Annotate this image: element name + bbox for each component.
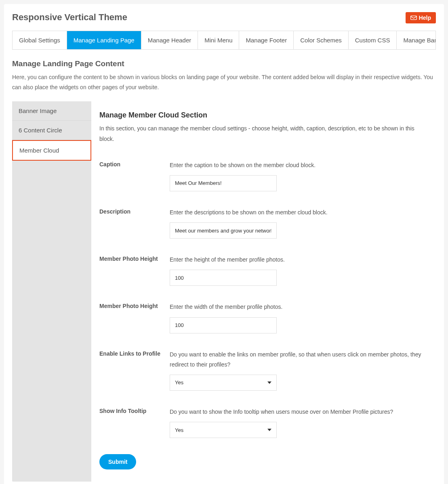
row-photo-width: Member Photo Height Enter the width of t… bbox=[99, 302, 428, 333]
submit-button[interactable]: Submit bbox=[99, 454, 136, 469]
control-enable-links: Do you want to enable the links on membe… bbox=[170, 350, 428, 391]
input-caption[interactable] bbox=[170, 175, 277, 191]
helper-photo-height: Enter the height of the member profile p… bbox=[170, 255, 428, 265]
section-title: Manage Landing Page Content bbox=[12, 59, 436, 68]
tab-color-schemes[interactable]: Color Schemes bbox=[294, 31, 349, 49]
label-photo-width: Member Photo Height bbox=[99, 302, 170, 333]
select-show-tooltip[interactable]: Yes bbox=[170, 422, 277, 438]
main-tabs: Global Settings Manage Landing Page Mana… bbox=[12, 31, 436, 50]
admin-page: Responsive Vertical Theme Help Global Se… bbox=[4, 4, 444, 484]
label-caption: Caption bbox=[99, 160, 170, 191]
helper-caption: Enter the caption to be shown on the mem… bbox=[170, 160, 428, 170]
tab-global-settings[interactable]: Global Settings bbox=[13, 31, 67, 49]
help-label: Help bbox=[419, 15, 431, 21]
sidebar-item-6-content-circle[interactable]: 6 Content Circle bbox=[12, 121, 91, 140]
label-enable-links: Enable Links to Profile bbox=[99, 350, 170, 391]
helper-enable-links: Do you want to enable the links on membe… bbox=[170, 350, 428, 370]
label-photo-height: Member Photo Height bbox=[99, 255, 170, 286]
page-title: Responsive Vertical Theme bbox=[12, 12, 127, 23]
label-show-tooltip: Show Info Tooltip bbox=[99, 407, 170, 438]
helper-photo-width: Enter the width of the member profile ph… bbox=[170, 302, 428, 312]
control-description: Enter the descriptions to be shown on th… bbox=[170, 207, 428, 239]
help-icon bbox=[410, 15, 417, 21]
row-description: Description Enter the descriptions to be… bbox=[99, 207, 428, 239]
label-description: Description bbox=[99, 207, 170, 239]
input-photo-height[interactable] bbox=[170, 270, 277, 286]
svg-rect-0 bbox=[410, 16, 416, 19]
control-show-tooltip: Do you want to show the Info tooltip whe… bbox=[170, 407, 428, 438]
input-photo-width[interactable] bbox=[170, 317, 277, 333]
sidebar-item-banner-image[interactable]: Banner Image bbox=[12, 101, 91, 121]
settings-panel: Banner Image 6 Content Circle Member Clo… bbox=[12, 101, 436, 482]
tab-manage-header[interactable]: Manage Header bbox=[141, 31, 198, 49]
sidebar-item-member-cloud[interactable]: Member Cloud bbox=[12, 140, 91, 161]
control-caption: Enter the caption to be shown on the mem… bbox=[170, 160, 428, 191]
tab-manage-footer[interactable]: Manage Footer bbox=[239, 31, 294, 49]
control-photo-width: Enter the width of the member profile ph… bbox=[170, 302, 428, 333]
tab-mini-menu[interactable]: Mini Menu bbox=[198, 31, 239, 49]
row-show-tooltip: Show Info Tooltip Do you want to show th… bbox=[99, 407, 428, 438]
content-title: Manage Member Cloud Section bbox=[99, 111, 428, 119]
header-row: Responsive Vertical Theme Help bbox=[12, 12, 436, 23]
tab-custom-css[interactable]: Custom CSS bbox=[349, 31, 397, 49]
control-photo-height: Enter the height of the member profile p… bbox=[170, 255, 428, 286]
content-desc: In this section, you can manage the memb… bbox=[99, 124, 428, 144]
section-desc: Here, you can configure the content to b… bbox=[12, 72, 436, 92]
help-button[interactable]: Help bbox=[406, 12, 436, 23]
input-description[interactable] bbox=[170, 222, 277, 239]
tab-manage-landing-page[interactable]: Manage Landing Page bbox=[67, 31, 141, 49]
row-enable-links: Enable Links to Profile Do you want to e… bbox=[99, 350, 428, 391]
select-enable-links[interactable]: Yes bbox=[170, 375, 277, 391]
row-caption: Caption Enter the caption to be shown on… bbox=[99, 160, 428, 191]
tab-manage-banners[interactable]: Manage Banners bbox=[397, 31, 436, 49]
sidebar: Banner Image 6 Content Circle Member Clo… bbox=[12, 101, 91, 482]
row-photo-height: Member Photo Height Enter the height of … bbox=[99, 255, 428, 286]
helper-show-tooltip: Do you want to show the Info tooltip whe… bbox=[170, 407, 428, 417]
content-area: Manage Member Cloud Section In this sect… bbox=[91, 101, 436, 482]
helper-description: Enter the descriptions to be shown on th… bbox=[170, 207, 428, 218]
